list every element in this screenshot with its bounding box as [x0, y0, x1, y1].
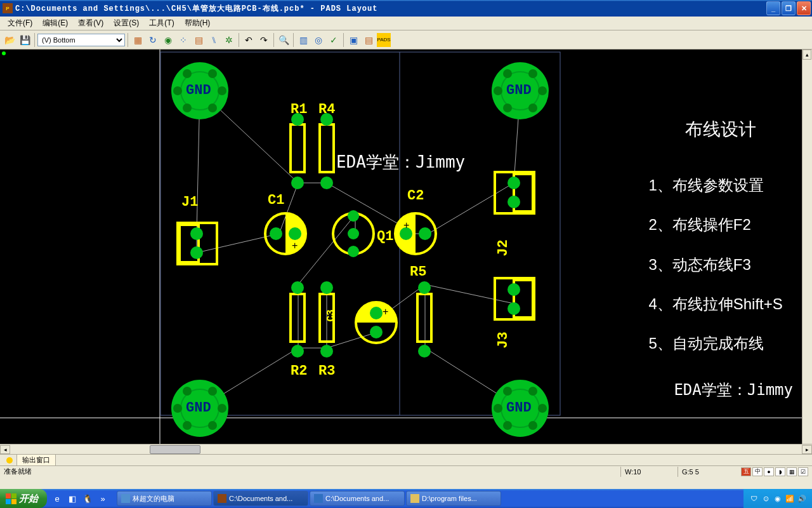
tray-icon[interactable]: 📶 — [785, 493, 795, 504]
svg-point-96 — [370, 326, 383, 338]
status-icon[interactable]: ▦ — [787, 467, 797, 476]
svg-point-48 — [208, 387, 217, 396]
label-r1: R1 — [291, 102, 307, 117]
tool-icon[interactable]: ✓ — [327, 33, 341, 47]
ime-icon[interactable]: 五 — [741, 467, 751, 476]
maximize-button[interactable]: ❐ — [782, 1, 796, 15]
label-r4: R4 — [318, 102, 335, 117]
status-icon[interactable]: ☑ — [798, 467, 808, 476]
status-icon[interactable]: 中 — [752, 467, 763, 476]
svg-point-87 — [270, 227, 282, 240]
svg-point-69 — [508, 283, 520, 296]
scroll-left-icon[interactable]: ◂ — [0, 445, 10, 454]
scroll-right-icon[interactable]: ▸ — [802, 445, 812, 454]
svg-point-49 — [183, 421, 192, 430]
open-icon[interactable]: 📂 — [3, 33, 16, 47]
label-c2: C2 — [407, 188, 424, 204]
task-item[interactable]: D:\program files... — [406, 491, 501, 506]
quick-launch: e ◧ 🐧 » — [51, 491, 109, 505]
label-c3: C3 — [325, 309, 337, 321]
desktop-icon[interactable]: ◧ — [66, 491, 79, 505]
svg-line-15 — [298, 215, 355, 284]
svg-point-36 — [208, 69, 217, 78]
tool-icon[interactable]: ▣ — [346, 33, 360, 47]
tool-icon[interactable]: ▥ — [296, 33, 310, 47]
label-r2: R2 — [291, 363, 307, 379]
task-item[interactable]: C:\Documents and... — [213, 491, 308, 506]
vertical-scrollbar[interactable]: ▴ — [802, 50, 812, 444]
tool-icon[interactable]: ▤ — [192, 33, 206, 47]
qq-icon[interactable]: 🐧 — [81, 491, 94, 505]
menu-help[interactable]: 帮助(H) — [180, 17, 216, 30]
scroll-track[interactable] — [10, 445, 802, 454]
separator — [293, 33, 294, 47]
taskbar: 开始 e ◧ 🐧 » 林超文的电脑 C:\Documents and... C:… — [0, 489, 812, 508]
undo-icon[interactable]: ↶ — [242, 33, 256, 47]
output-tab-label[interactable]: 输出窗口 — [16, 454, 56, 466]
start-button[interactable]: 开始 — [0, 489, 47, 508]
tray-icon[interactable]: 🔊 — [797, 493, 807, 504]
menu-file[interactable]: 文件(F) — [3, 17, 37, 30]
status-icon[interactable]: ● — [764, 467, 774, 476]
status-icon[interactable]: ◗ — [775, 467, 785, 476]
side-item: 1、布线参数设置 — [648, 166, 793, 205]
side-footer: EDA学堂：Jimmy — [674, 370, 793, 410]
watermark: EDA学堂：Jimmy — [336, 151, 465, 173]
svg-point-101 — [348, 246, 359, 257]
minimize-button[interactable]: _ — [766, 1, 780, 15]
layer-select[interactable]: (V) Bottom — [37, 34, 125, 46]
horizontal-scrollbar[interactable]: ◂ ▸ — [0, 444, 812, 454]
svg-rect-72 — [320, 124, 334, 172]
tray-icon[interactable]: ◉ — [773, 493, 783, 504]
more-icon[interactable]: » — [96, 491, 109, 505]
folder-icon — [410, 494, 419, 503]
redo-icon[interactable]: ↷ — [257, 33, 271, 47]
menu-view[interactable]: 查看(V) — [73, 17, 108, 30]
tray-icon[interactable]: 🛡 — [749, 493, 759, 504]
refresh-icon[interactable]: ↻ — [146, 33, 160, 47]
status-w: W:10 — [620, 467, 678, 477]
svg-point-38 — [208, 104, 217, 112]
window-title: C:\Documents and Settings\...\CH5\单管放大电路… — [15, 3, 766, 14]
tool-icon[interactable]: ▦ — [131, 33, 145, 47]
save-icon[interactable]: 💾 — [18, 33, 32, 47]
menu-setup[interactable]: 设置(S) — [108, 17, 144, 30]
side-item: 2、布线操作F2 — [648, 205, 793, 244]
tool-icon[interactable]: ⑊ — [207, 33, 221, 47]
menu-edit[interactable]: 编辑(E) — [37, 17, 73, 30]
svg-point-84 — [418, 281, 431, 294]
side-title: 布线设计 — [648, 107, 793, 153]
svg-point-55 — [503, 421, 512, 430]
system-tray: 🛡 ⊙ ◉ 📶 🔊 — [743, 489, 812, 508]
svg-point-100 — [348, 228, 359, 239]
scroll-up-icon[interactable]: ▴ — [802, 50, 811, 60]
status-bar: 准备就绪 W:10 G:5 5 五 中 ● ◗ ▦ ☑ — [0, 465, 812, 477]
side-item: 3、动态布线F3 — [648, 245, 793, 284]
ie-icon[interactable]: e — [51, 491, 63, 505]
tool-icon[interactable]: ◎ — [311, 33, 325, 47]
tool-icon[interactable]: ⁘ — [176, 33, 190, 47]
zoom-icon[interactable]: 🔍 — [277, 33, 291, 47]
menu-tool[interactable]: 工具(T) — [144, 17, 179, 30]
svg-point-65 — [190, 227, 203, 240]
pads-icon — [218, 494, 226, 503]
tray-icon[interactable]: ⊙ — [761, 493, 771, 504]
svg-text:+: + — [403, 220, 409, 231]
gnd-label: GND — [186, 400, 211, 416]
tool-icon[interactable]: ◉ — [161, 33, 175, 47]
svg-point-56 — [528, 421, 537, 430]
tool-icon[interactable]: ▤ — [362, 33, 376, 47]
tool-icon[interactable]: PADS — [377, 33, 391, 47]
svg-point-67 — [508, 177, 520, 189]
close-button[interactable]: ✕ — [797, 1, 811, 15]
output-window-tab: 输出窗口 — [0, 454, 812, 465]
svg-point-83 — [320, 345, 333, 358]
separator — [128, 33, 128, 47]
pcb-canvas-area: + + + GND GND GND GND R1 R4 R2 R3 R5 C1 … — [0, 50, 812, 454]
tool-icon[interactable]: ✲ — [222, 33, 236, 47]
svg-text:+: + — [383, 306, 388, 317]
task-item[interactable]: 林超文的电脑 — [117, 491, 212, 506]
task-item[interactable]: C:\Documents and... — [310, 491, 405, 506]
svg-point-68 — [508, 196, 520, 208]
scroll-thumb[interactable] — [150, 445, 200, 454]
